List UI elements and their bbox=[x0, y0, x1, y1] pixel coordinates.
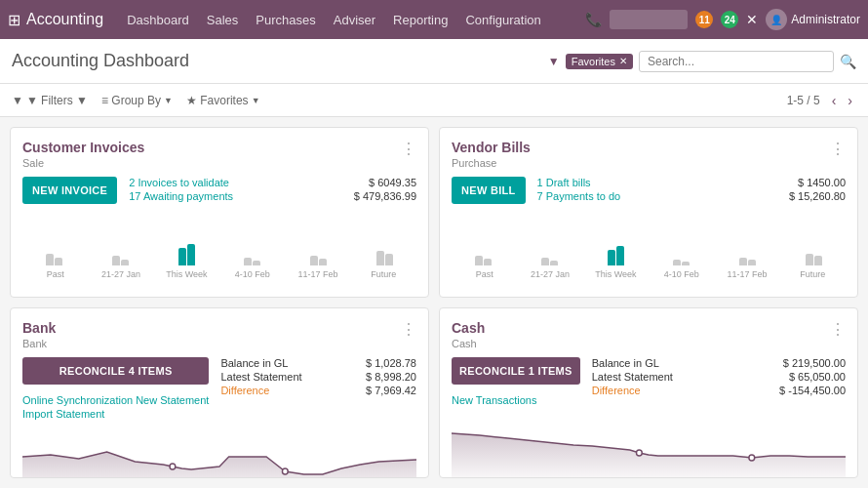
new-invoice-button[interactable]: NEW INVOICE bbox=[22, 177, 117, 204]
bank-link-sync[interactable]: Online Synchronization New Statement bbox=[22, 394, 209, 406]
card-body: RECONCILE 1 ITEMS New Transactions Balan… bbox=[452, 357, 846, 406]
filterbar-right: 1-5 / 5 ‹ › bbox=[787, 91, 856, 110]
cash-card: Cash Cash ⋮ RECONCILE 1 ITEMS New Transa… bbox=[439, 307, 858, 478]
card-menu-button[interactable]: ⋮ bbox=[401, 140, 416, 158]
phone-icon[interactable]: 📞 bbox=[585, 12, 602, 27]
filters-dropdown[interactable]: ▼ ▼ Filters ▼ bbox=[12, 94, 88, 107]
bar bbox=[616, 246, 624, 265]
invoices-validate-label[interactable]: 2 Invoices to validate bbox=[129, 177, 229, 188]
bar bbox=[814, 256, 822, 265]
next-page-button[interactable]: › bbox=[844, 91, 856, 110]
favorites-dropdown[interactable]: ★ Favorites ▼ bbox=[186, 94, 260, 107]
diff-label: Difference bbox=[220, 385, 269, 396]
nav-dashboard[interactable]: Dashboard bbox=[119, 9, 197, 31]
bar bbox=[484, 259, 492, 265]
bar-label-feb2: 11-17 Feb bbox=[714, 269, 779, 279]
close-icon[interactable]: ✕ bbox=[746, 12, 758, 27]
card-title-area: Bank Bank bbox=[22, 320, 56, 349]
nav-reporting[interactable]: Reporting bbox=[385, 9, 455, 31]
bar-label-jan1: 21-27 Jan bbox=[88, 269, 153, 279]
vendor-chart-area: Past 21-27 Jan This Week 4-10 Feb 11-17 … bbox=[452, 212, 846, 285]
page-navigation: ‹ › bbox=[828, 91, 856, 110]
card-header: Customer Invoices Sale ⋮ bbox=[22, 140, 416, 169]
bank-chart-area: 5 Jan 10 Jan 15 Jan 20 Jan 25 Jan bbox=[22, 427, 416, 478]
card-menu-button[interactable]: ⋮ bbox=[401, 320, 416, 339]
payments-to-do-label[interactable]: 7 Payments to do bbox=[537, 190, 621, 202]
filterbar-left: ▼ ▼ Filters ▼ ≡ Group By ▼ ★ Favorites ▼ bbox=[12, 94, 260, 107]
awaiting-payments-row: 17 Awaiting payments $ 479,836.99 bbox=[129, 190, 416, 202]
bar bbox=[608, 250, 615, 265]
page-title: Accounting Dashboard bbox=[12, 51, 538, 71]
search-button[interactable]: 🔍 bbox=[840, 54, 856, 69]
filters-label: ▼ Filters ▼ bbox=[26, 94, 88, 107]
filter-tag-close[interactable]: ✕ bbox=[619, 56, 627, 66]
balance-gl-value: $ 1,028.78 bbox=[366, 357, 416, 369]
bar bbox=[541, 258, 549, 265]
filterbar: ▼ ▼ Filters ▼ ≡ Group By ▼ ★ Favorites ▼… bbox=[0, 84, 868, 117]
card-info: 1 Draft bills $ 1450.00 7 Payments to do… bbox=[537, 177, 846, 204]
bar-label-thisweek: This Week bbox=[583, 269, 649, 279]
vendor-bar-labels: Past 21-27 Jan This Week 4-10 Feb 11-17 … bbox=[452, 269, 846, 279]
customer-invoices-card: Customer Invoices Sale ⋮ NEW INVOICE 2 I… bbox=[10, 127, 429, 298]
topnav-search-bar[interactable] bbox=[610, 10, 688, 29]
reconcile-cash-button[interactable]: RECONCILE 1 ITEMS bbox=[452, 357, 580, 385]
favorites-filter-tag[interactable]: Favorites ✕ bbox=[566, 54, 633, 69]
badge-messages[interactable]: 11 bbox=[695, 11, 713, 28]
group-by-dropdown[interactable]: ≡ Group By ▼ bbox=[101, 94, 173, 107]
bar bbox=[550, 261, 558, 265]
search-input[interactable] bbox=[639, 51, 834, 72]
bar-label-future: Future bbox=[780, 269, 846, 279]
cash-balance-info: Balance in GL $ 219,500.00 Latest Statem… bbox=[592, 357, 846, 398]
cash-link-transactions[interactable]: New Transactions bbox=[452, 394, 580, 406]
card-subtitle: Sale bbox=[22, 157, 144, 169]
draft-bills-amount: $ 1450.00 bbox=[798, 177, 846, 188]
draft-bills-label[interactable]: 1 Draft bills bbox=[537, 177, 591, 188]
bar-label-future: Future bbox=[351, 269, 416, 279]
awaiting-payments-label[interactable]: 17 Awaiting payments bbox=[129, 190, 233, 202]
user-section[interactable]: 👤 Administrator bbox=[766, 9, 860, 30]
nav-sales[interactable]: Sales bbox=[199, 9, 247, 31]
nav-purchases[interactable]: Purchases bbox=[248, 9, 323, 31]
card-body: RECONCILE 4 ITEMS Online Synchronization… bbox=[22, 357, 416, 420]
grid-icon: ⊞ bbox=[8, 11, 20, 29]
bar-group bbox=[583, 246, 648, 265]
balance-gl-row: Balance in GL $ 1,028.78 bbox=[220, 357, 416, 369]
bank-link-import[interactable]: Import Statement bbox=[22, 408, 209, 420]
invoice-bar-chart bbox=[22, 212, 416, 265]
search-area: ▼ Favorites ✕ 🔍 bbox=[548, 51, 856, 72]
cash-line-chart bbox=[452, 414, 846, 477]
diff-label: Difference bbox=[592, 385, 641, 396]
invoices-validate-row: 2 Invoices to validate $ 6049.35 bbox=[129, 177, 416, 188]
bank-card: Bank Bank ⋮ RECONCILE 4 ITEMS Online Syn… bbox=[10, 307, 429, 478]
latest-stmt-label: Latest Statement bbox=[220, 371, 301, 383]
card-title: Cash bbox=[452, 320, 485, 336]
latest-stmt-label: Latest Statement bbox=[592, 371, 673, 383]
nav-configuration[interactable]: Configuration bbox=[457, 9, 548, 31]
diff-row: Difference $ -154,450.00 bbox=[592, 385, 846, 396]
bar bbox=[178, 248, 186, 265]
new-bill-button[interactable]: NEW BILL bbox=[452, 177, 526, 204]
balance-gl-label: Balance in GL bbox=[220, 357, 288, 369]
bar-label-feb2: 11-17 Feb bbox=[285, 269, 350, 279]
app-logo[interactable]: ⊞ Accounting bbox=[8, 11, 103, 29]
bar bbox=[112, 256, 120, 265]
badge-notifications[interactable]: 24 bbox=[721, 11, 738, 28]
card-header: Cash Cash ⋮ bbox=[452, 320, 846, 349]
nav-menu: Dashboard Sales Purchases Adviser Report… bbox=[119, 9, 579, 31]
bar-label-past: Past bbox=[22, 269, 88, 279]
card-header: Bank Bank ⋮ bbox=[22, 320, 416, 349]
filter-tag-label: Favorites bbox=[572, 56, 615, 67]
bar bbox=[310, 256, 318, 265]
bar bbox=[46, 254, 54, 265]
bar-group bbox=[452, 256, 516, 265]
bar bbox=[385, 254, 393, 265]
card-menu-button[interactable]: ⋮ bbox=[830, 320, 846, 339]
card-menu-button[interactable]: ⋮ bbox=[830, 140, 846, 158]
bar-label-past: Past bbox=[452, 269, 517, 279]
invoice-chart-area: Past 21-27 Jan This Week 4-10 Feb 11-17 … bbox=[22, 212, 416, 285]
nav-adviser[interactable]: Adviser bbox=[326, 9, 383, 31]
prev-page-button[interactable]: ‹ bbox=[828, 91, 841, 110]
bar bbox=[748, 260, 756, 265]
bar-label-feb1: 4-10 Feb bbox=[219, 269, 285, 279]
reconcile-bank-button[interactable]: RECONCILE 4 ITEMS bbox=[22, 357, 209, 385]
